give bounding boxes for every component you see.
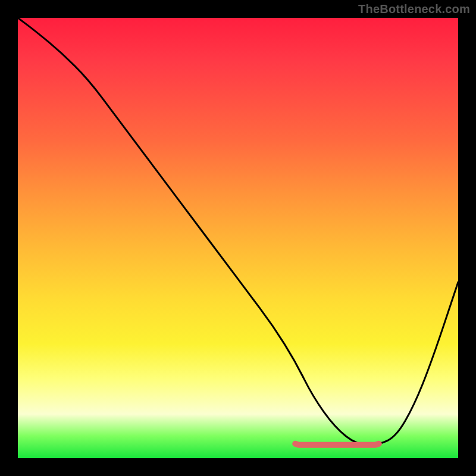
chart-frame: TheBottleneck.com — [0, 0, 476, 476]
line-chart-svg — [18, 18, 458, 458]
watermark-text: TheBottleneck.com — [358, 2, 470, 16]
bottleneck-curve — [18, 18, 458, 445]
plot-area — [18, 18, 458, 458]
optimal-range-marker — [295, 444, 379, 445]
